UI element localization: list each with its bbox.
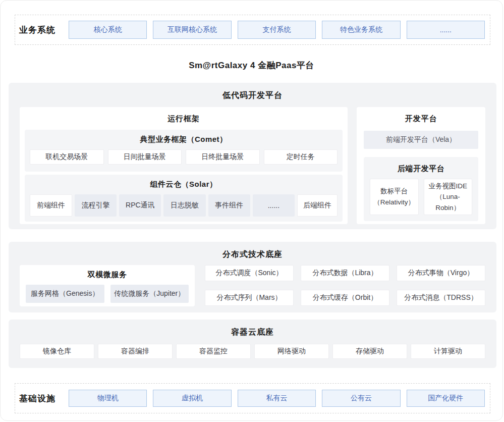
solar-front-chip: 前端组件: [30, 194, 72, 217]
dual-mode-panel: 双模微服务 服务网格（Genesis） 传统微服务（Jupiter）: [20, 265, 195, 306]
infrastructure-label: 基础设施: [19, 393, 55, 404]
infrastructure-chip: 物理机: [69, 390, 147, 407]
distributed-section: 分布式技术底座 双模微服务 服务网格（Genesis） 传统微服务（Jupite…: [9, 242, 496, 312]
distributed-chip: 分布式调度（Sonic）: [205, 265, 294, 281]
container-cloud-section: 容器云底座 镜像仓库 容器编排 容器监控 网络驱动 存储驱动 计算驱动: [9, 320, 496, 368]
solar-items: 前端组件 流程引擎 RPC通讯 日志脱敏 事件组件 ...... 后端组件: [30, 194, 338, 217]
runtime-framework-title: 运行框架: [20, 107, 348, 130]
lowcode-section: 低代码开发平台 运行框架 典型业务框架（Comet） 联机交易场景 日间批量场景…: [9, 83, 496, 229]
comet-items: 联机交易场景 日间批量场景 日终批量场景 定时任务: [30, 149, 338, 165]
container-cloud-chip: 网络驱动: [254, 344, 329, 359]
business-system-chip: ......: [407, 21, 485, 39]
backend-chip-line1: 数标平台: [380, 186, 408, 197]
comet-chip: 日终批量场景: [186, 149, 260, 165]
architecture-diagram: 业务系统 核心系统 互联网核心系统 支付系统 特色业务系统 ...... Sm@…: [0, 0, 503, 421]
distributed-chip: 分布式数据（Libra）: [301, 265, 389, 281]
backend-dev-items: 数标平台 （Relativity） 业务视图IDE （Luna-Robin）: [370, 179, 472, 215]
distributed-chip: 分布式消息（TDRSS）: [397, 290, 485, 306]
infrastructure-chip: 私有云: [238, 390, 316, 407]
container-cloud-title: 容器云底座: [9, 320, 496, 338]
backend-dev-chip: 数标平台 （Relativity）: [370, 179, 419, 215]
comet-panel: 典型业务框架（Comet） 联机交易场景 日间批量场景 日终批量场景 定时任务: [25, 130, 343, 172]
infrastructure-chip: 国产化硬件: [407, 390, 485, 407]
distributed-columns: 双模微服务 服务网格（Genesis） 传统微服务（Jupiter） 分布式调度…: [20, 265, 485, 306]
distributed-grid: 分布式调度（Sonic） 分布式数据（Libra） 分布式事物（Virgo） 分…: [205, 265, 485, 306]
container-cloud-chip: 存储驱动: [332, 344, 407, 359]
dual-mode-title: 双模微服务: [26, 269, 189, 285]
solar-chip: RPC通讯: [119, 194, 161, 217]
frontend-dev-platform-chip: 前端开发平台（Vela）: [364, 131, 478, 149]
container-cloud-chip: 计算驱动: [411, 344, 485, 359]
business-system-chip: 特色业务系统: [322, 21, 400, 39]
solar-chip: 日志脱敏: [163, 194, 205, 217]
dev-platform-title: 开发平台: [357, 107, 485, 130]
business-system-chip: 核心系统: [69, 21, 147, 39]
backend-chip-line2: （Luna-Robin）: [424, 191, 472, 213]
distributed-section-title: 分布式技术底座: [9, 242, 496, 260]
solar-title: 组件云仓（Solar）: [30, 179, 338, 194]
distributed-chip: 分布式序列（Mars）: [205, 290, 294, 306]
distributed-chip: 分布式事物（Virgo）: [397, 265, 485, 281]
infrastructure-chip: 公有云: [322, 390, 400, 407]
comet-chip: 联机交易场景: [30, 149, 104, 165]
infrastructure-bar: 基础设施 物理机 虚拟机 私有云 公有云 国产化硬件: [15, 383, 490, 413]
backend-chip-line1: 业务视图IDE: [428, 181, 467, 192]
comet-chip: 日间批量场景: [108, 149, 182, 165]
lowcode-columns: 运行框架 典型业务框架（Comet） 联机交易场景 日间批量场景 日终批量场景 …: [20, 107, 485, 224]
solar-chip: 流程引擎: [75, 194, 117, 217]
container-cloud-chip: 镜像仓库: [20, 344, 94, 359]
dual-mode-chip: 服务网格（Genesis）: [26, 285, 104, 303]
business-systems-label: 业务系统: [19, 24, 55, 36]
backend-dev-chip: 业务视图IDE （Luna-Robin）: [424, 179, 473, 215]
container-cloud-chip: 容器监控: [176, 344, 251, 359]
backend-chip-line2: （Relativity）: [373, 197, 415, 208]
backend-dev-title: 后端开发平台: [370, 163, 472, 179]
dual-mode-items: 服务网格（Genesis） 传统微服务（Jupiter）: [26, 285, 189, 303]
business-systems-items: 核心系统 互联网核心系统 支付系统 特色业务系统 ......: [69, 21, 485, 39]
distributed-chip: 分布式缓存（Orbit）: [301, 290, 389, 306]
dual-mode-chip: 传统微服务（Jupiter）: [110, 285, 189, 303]
comet-title: 典型业务框架（Comet）: [30, 134, 338, 149]
container-cloud-items: 镜像仓库 容器编排 容器监控 网络驱动 存储驱动 计算驱动: [20, 344, 485, 359]
dev-platform-panel: 开发平台 前端开发平台（Vela） 后端开发平台 数标平台 （Relativit…: [357, 107, 485, 224]
container-cloud-chip: 容器编排: [98, 344, 173, 359]
solar-chip: ......: [253, 194, 295, 217]
comet-chip: 定时任务: [264, 149, 338, 165]
platform-title: Sm@rtGalaxy 4 金融Paas平台: [1, 60, 502, 71]
lowcode-section-title: 低代码开发平台: [9, 83, 496, 101]
runtime-framework-panel: 运行框架 典型业务框架（Comet） 联机交易场景 日间批量场景 日终批量场景 …: [20, 107, 348, 224]
business-system-chip: 互联网核心系统: [153, 21, 231, 39]
business-systems-bar: 业务系统 核心系统 互联网核心系统 支付系统 特色业务系统 ......: [15, 15, 490, 45]
solar-panel: 组件云仓（Solar） 前端组件 流程引擎 RPC通讯 日志脱敏 事件组件 ..…: [25, 175, 343, 222]
infrastructure-items: 物理机 虚拟机 私有云 公有云 国产化硬件: [69, 390, 485, 407]
solar-back-chip: 后端组件: [297, 194, 338, 217]
solar-chip: 事件组件: [208, 194, 250, 217]
infrastructure-chip: 虚拟机: [153, 390, 231, 407]
backend-dev-panel: 后端开发平台 数标平台 （Relativity） 业务视图IDE （Luna-R…: [364, 157, 478, 221]
business-system-chip: 支付系统: [238, 21, 316, 39]
